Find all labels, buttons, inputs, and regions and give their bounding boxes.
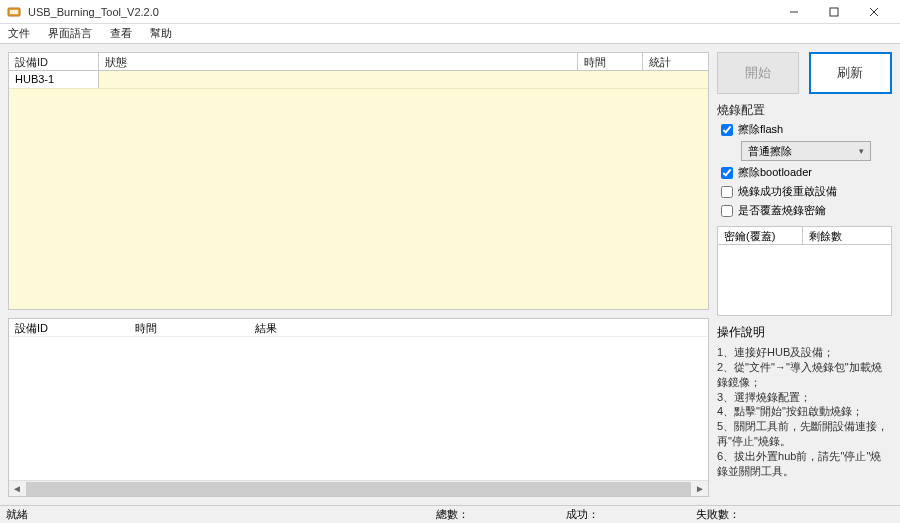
overwrite-key-input[interactable] xyxy=(721,205,733,217)
instruction-line: 2、從"文件"→"導入燒錄包"加載燒錄鏡像； xyxy=(717,360,892,390)
svg-line-4 xyxy=(870,8,878,16)
erase-mode-value: 普通擦除 xyxy=(748,144,792,159)
window-title: USB_Burning_Tool_V2.2.0 xyxy=(28,6,774,18)
status-total: 總數： xyxy=(436,507,566,522)
cell-device-id: HUB3-1 xyxy=(9,71,99,88)
instruction-line: 3、選擇燒錄配置； xyxy=(717,390,892,405)
scroll-thumb[interactable] xyxy=(26,482,691,496)
chevron-down-icon: ▾ xyxy=(859,146,864,156)
instruction-line: 1、連接好HUB及設備； xyxy=(717,345,892,360)
col-state[interactable]: 狀態 xyxy=(99,53,578,70)
instructions-body: 1、連接好HUB及設備； 2、從"文件"→"導入燒錄包"加載燒錄鏡像； 3、選擇… xyxy=(717,345,892,479)
erase-bootloader-checkbox[interactable]: 擦除bootloader xyxy=(721,165,892,180)
config-title: 燒錄配置 xyxy=(717,102,892,122)
col-result-time[interactable]: 時間 xyxy=(129,319,249,336)
instruction-line: 5、關閉工具前，先斷開設備連接，再"停止"燒錄。 xyxy=(717,419,892,449)
col-result-id[interactable]: 設備ID xyxy=(9,319,129,336)
erase-bootloader-label: 擦除bootloader xyxy=(738,165,812,180)
col-remaining[interactable]: 剩餘數 xyxy=(803,227,891,244)
titlebar: USB_Burning_Tool_V2.2.0 xyxy=(0,0,900,24)
status-bar: 就緒 總數： 成功： 失敗數： xyxy=(0,505,900,523)
status-success: 成功： xyxy=(566,507,696,522)
col-result[interactable]: 結果 xyxy=(249,319,708,336)
col-device-id[interactable]: 設備ID xyxy=(9,53,99,70)
cell-time xyxy=(578,71,643,88)
restart-input[interactable] xyxy=(721,186,733,198)
col-key[interactable]: 密鑰(覆蓋) xyxy=(718,227,803,244)
scroll-right-icon[interactable]: ► xyxy=(692,483,708,494)
instruction-line: 6、拔出外置hub前，請先"停止"燒錄並關閉工具。 xyxy=(717,449,892,479)
result-table: 設備ID 時間 結果 ◄ ► xyxy=(8,318,709,497)
erase-flash-checkbox[interactable]: 擦除flash xyxy=(721,122,892,137)
scroll-left-icon[interactable]: ◄ xyxy=(9,483,25,494)
instructions-title: 操作說明 xyxy=(717,324,892,343)
device-table-header: 設備ID 狀態 時間 統計 xyxy=(9,53,708,71)
erase-bootloader-input[interactable] xyxy=(721,167,733,179)
result-table-header: 設備ID 時間 結果 xyxy=(9,319,708,337)
refresh-button[interactable]: 刷新 xyxy=(809,52,893,94)
menu-bar: 文件 界面語言 查看 幫助 xyxy=(0,24,900,44)
col-time[interactable]: 時間 xyxy=(578,53,643,70)
maximize-button[interactable] xyxy=(814,1,854,23)
overwrite-key-checkbox[interactable]: 是否覆蓋燒錄密鑰 xyxy=(721,203,892,218)
instructions: 操作說明 1、連接好HUB及設備； 2、從"文件"→"導入燒錄包"加載燒錄鏡像；… xyxy=(717,324,892,479)
menu-file[interactable]: 文件 xyxy=(4,24,34,43)
erase-flash-input[interactable] xyxy=(721,124,733,136)
minimize-button[interactable] xyxy=(774,1,814,23)
start-button[interactable]: 開始 xyxy=(717,52,799,94)
menu-language[interactable]: 界面語言 xyxy=(44,24,96,43)
svg-rect-3 xyxy=(830,8,838,16)
table-row[interactable]: HUB3-1 xyxy=(9,71,708,89)
status-fail: 失敗數： xyxy=(696,507,894,522)
instruction-line: 4、點擊"開始"按鈕啟動燒錄； xyxy=(717,404,892,419)
svg-rect-1 xyxy=(10,10,18,14)
key-table-header: 密鑰(覆蓋) 剩餘數 xyxy=(718,227,891,245)
menu-help[interactable]: 幫助 xyxy=(146,24,176,43)
col-stat[interactable]: 統計 xyxy=(643,53,708,70)
horizontal-scrollbar[interactable]: ◄ ► xyxy=(9,480,708,496)
svg-line-5 xyxy=(870,8,878,16)
erase-mode-select[interactable]: 普通擦除 ▾ xyxy=(741,141,871,161)
erase-flash-label: 擦除flash xyxy=(738,122,783,137)
app-icon xyxy=(6,4,22,20)
key-table: 密鑰(覆蓋) 剩餘數 xyxy=(717,226,892,316)
restart-label: 燒錄成功後重啟設備 xyxy=(738,184,837,199)
menu-view[interactable]: 查看 xyxy=(106,24,136,43)
device-table-body: HUB3-1 xyxy=(9,71,708,309)
cell-state xyxy=(99,71,578,88)
burn-config: 燒錄配置 擦除flash 普通擦除 ▾ 擦除bootloader xyxy=(717,102,892,218)
result-table-body xyxy=(9,337,708,480)
cell-stat xyxy=(643,71,708,88)
close-button[interactable] xyxy=(854,1,894,23)
device-table: 設備ID 狀態 時間 統計 HUB3-1 xyxy=(8,52,709,310)
window-buttons xyxy=(774,1,894,23)
restart-checkbox[interactable]: 燒錄成功後重啟設備 xyxy=(721,184,892,199)
status-ready: 就緒 xyxy=(6,507,436,522)
overwrite-key-label: 是否覆蓋燒錄密鑰 xyxy=(738,203,826,218)
